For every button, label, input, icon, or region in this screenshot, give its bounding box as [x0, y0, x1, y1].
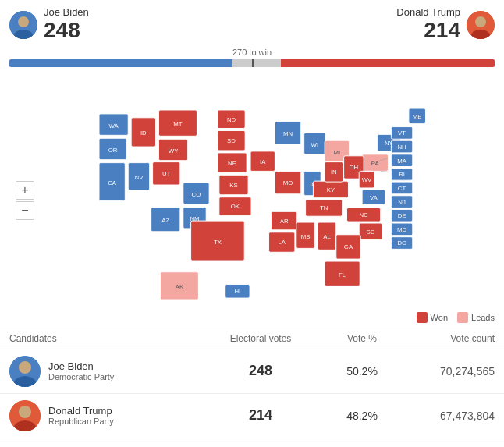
map-section: + − WA OR CA NV CO NM AZ MN WI IL [0, 72, 504, 309]
state-WA [99, 114, 128, 135]
state-HI [225, 284, 250, 298]
legend-won: Won [417, 312, 448, 323]
col-candidates: Candidates [9, 333, 198, 344]
legend-leads-box [457, 312, 468, 323]
state-CO [183, 183, 209, 204]
trump-info: Donald Trump Republican Party [48, 405, 114, 426]
gap-progress [232, 59, 281, 67]
trump-cell: Donald Trump Republican Party [9, 400, 198, 431]
state-OK [219, 197, 251, 216]
biden-electoral-votes: 248 [44, 18, 89, 43]
trump-header: Donald Trump 214 [396, 6, 495, 43]
state-CA [99, 163, 125, 201]
state-OR [99, 138, 126, 159]
svg-point-63 [19, 406, 31, 418]
state-MT [158, 110, 197, 136]
biden-avatar [9, 11, 37, 39]
legend: Won Leads [0, 309, 504, 328]
state-NJ-tag [391, 196, 412, 208]
state-WY [158, 139, 187, 160]
state-UT [153, 162, 180, 185]
state-GA [336, 235, 360, 259]
legend-won-box [417, 312, 428, 323]
svg-point-1 [18, 16, 29, 27]
trump-name: Donald Trump [396, 6, 460, 18]
state-ID [131, 118, 155, 147]
table-header-row: Candidates Electoral votes Vote % Vote c… [0, 328, 504, 349]
state-CT-tag [391, 182, 412, 194]
state-TX [191, 221, 245, 261]
state-RI-tag [391, 168, 412, 180]
state-NH-tag [391, 140, 412, 153]
biden-vote-count: 70,274,565 [401, 365, 495, 378]
state-WV [359, 171, 374, 188]
trump-table-name: Donald Trump [48, 405, 114, 417]
state-AK [160, 272, 198, 300]
state-WI [304, 133, 325, 154]
legend-won-label: Won [431, 313, 448, 322]
table-row: Donald Trump Republican Party 214 48.2% … [0, 394, 504, 438]
progress-bar-section: 270 to win [0, 46, 504, 72]
state-NC [347, 208, 381, 222]
zoom-out-button[interactable]: − [16, 201, 34, 220]
state-VA [362, 190, 385, 205]
state-LA [269, 232, 295, 252]
electoral-progress-bar [9, 59, 495, 67]
legend-leads-label: Leads [471, 313, 495, 322]
results-table: Candidates Electoral votes Vote % Vote c… [0, 328, 504, 438]
biden-header: Joe Biden 248 [9, 6, 89, 43]
biden-info: Joe Biden Democratic Party [48, 360, 114, 381]
state-AL [318, 222, 336, 250]
biden-vote-pct: 50.2% [323, 365, 401, 378]
threshold-marker [252, 59, 254, 67]
biden-party: Democratic Party [48, 372, 114, 381]
col-vote-pct: Vote % [323, 333, 401, 344]
trump-vote-pct: 48.2% [323, 410, 401, 422]
trump-electoral-votes: 214 [396, 18, 460, 43]
state-PA [362, 154, 388, 172]
col-vote-count: Vote count [401, 333, 495, 344]
state-SC [359, 223, 382, 240]
state-DC-tag [391, 237, 412, 250]
state-NV [128, 163, 149, 190]
biden-table-name: Joe Biden [48, 360, 114, 372]
state-NE [218, 153, 247, 172]
state-DE-tag [391, 209, 412, 222]
col-electoral: Electoral votes [198, 333, 323, 344]
state-KY [313, 181, 348, 198]
trump-progress [281, 59, 495, 67]
state-TN [306, 200, 343, 217]
state-FL [325, 261, 360, 286]
legend-leads: Leads [457, 312, 495, 323]
threshold-label: 270 to win [9, 48, 495, 57]
biden-electoral: 248 [198, 363, 323, 379]
svg-point-60 [19, 361, 31, 374]
svg-point-4 [475, 16, 486, 27]
us-map: WA OR CA NV CO NM AZ MN WI IL MI PA [61, 72, 443, 309]
state-MN [275, 122, 300, 144]
biden-cell: Joe Biden Democratic Party [9, 356, 198, 387]
biden-name: Joe Biden [44, 6, 89, 18]
trump-table-avatar [9, 400, 41, 431]
state-MO [275, 171, 300, 193]
state-ME [409, 108, 426, 124]
state-ND [218, 110, 245, 129]
state-AZ [151, 207, 180, 231]
zoom-in-button[interactable]: + [16, 181, 34, 200]
state-SD [218, 130, 245, 150]
state-IA [250, 151, 275, 171]
header: Joe Biden 248 Donald Trump 214 [0, 0, 504, 46]
trump-avatar [467, 11, 495, 39]
trump-electoral: 214 [198, 407, 323, 424]
state-IN [325, 162, 343, 182]
state-MD-tag [391, 223, 412, 236]
trump-party: Republican Party [48, 417, 114, 426]
trump-vote-count: 67,473,804 [401, 410, 495, 422]
biden-table-avatar [9, 356, 41, 387]
map-controls: + − [16, 181, 34, 220]
state-AR [271, 211, 296, 230]
state-KS [219, 175, 248, 194]
state-VT-tag [391, 127, 412, 140]
state-MS [296, 222, 315, 248]
state-MA-tag [391, 154, 412, 167]
